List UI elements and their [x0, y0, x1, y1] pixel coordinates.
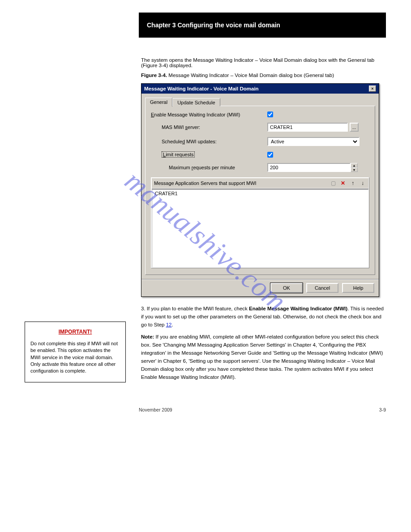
dialog-titlebar[interactable]: Message Waiting Indicator - Voice Mail D…	[141, 84, 379, 94]
lbl-post: erver:	[188, 124, 200, 130]
dialog-button-bar: OK Cancel Help	[141, 279, 379, 296]
mwi-dialog: Message Waiting Indicator - Voice Mail D…	[141, 83, 379, 297]
chapter-title: Chapter 3 Configuring the voice mail dom…	[147, 21, 280, 29]
callout-body: Do not complete this step if MWI will no…	[30, 340, 120, 375]
tab-update-schedule[interactable]: Update Schedule	[172, 98, 220, 106]
servers-header-label: Message Application Servers that support…	[154, 180, 257, 186]
limit-requests-label: Limit requests	[151, 151, 267, 158]
servers-groupbox: Message Application Servers that support…	[151, 177, 369, 268]
limit-requests-checkbox[interactable]	[267, 152, 273, 158]
intro-text: The system opens the Message Waiting Ind…	[141, 57, 386, 68]
callout-title-text: IMPORTANT!	[59, 329, 92, 335]
browse-button[interactable]: ...	[350, 123, 359, 132]
mas-server-label: MAS MWI server:	[151, 124, 267, 130]
page: Chapter 3 Configuring the voice mail dom…	[0, 0, 411, 430]
scheduled-updates-select[interactable]: Active	[267, 137, 360, 146]
tab-panel-general: Enable Message Waiting Indicator (MWI) M…	[145, 106, 375, 275]
callout-title: IMPORTANT!	[30, 328, 120, 336]
sidebar-column: IMPORTANT! Do not complete this step if …	[25, 57, 128, 386]
note-prefix: Note:	[141, 334, 154, 339]
spinner-down-icon[interactable]: ▼	[351, 167, 358, 172]
max-requests-input[interactable]	[267, 163, 351, 172]
delete-server-icon[interactable]: ✕	[339, 180, 347, 187]
list-item[interactable]: CRATER1	[155, 191, 365, 196]
add-server-icon[interactable]: ▢	[330, 180, 337, 187]
ok-button[interactable]: OK	[270, 283, 303, 293]
max-requests-label: Maximum requests per minute	[151, 165, 267, 170]
note-paragraph: Note: If you are enabling MWI, complete …	[141, 333, 386, 381]
footer-date: November 2009	[139, 407, 172, 412]
figure-caption-text: Message Waiting Indicator – Voice Mail D…	[168, 73, 334, 78]
tab-strip: General Update Schedule	[145, 97, 375, 106]
lbl-pre: MAS MWI	[162, 124, 185, 130]
figure-caption: Figure 3-4. Message Waiting Indicator – …	[141, 73, 386, 78]
page-footer: November 2009 3-9	[139, 407, 386, 412]
servers-listbox[interactable]: CRATER1	[151, 189, 369, 268]
enable-mwi-checkbox[interactable]	[267, 112, 273, 117]
important-callout: IMPORTANT! Do not complete this step if …	[25, 322, 126, 382]
chapter-header: Chapter 3 Configuring the voice mail dom…	[139, 13, 386, 38]
figure-prefix: Figure 3-4.	[141, 73, 167, 78]
cancel-button[interactable]: Cancel	[306, 283, 338, 293]
note-body: If you are enabling MWI, complete all ot…	[141, 334, 383, 379]
step-12-xref[interactable]: 12	[166, 322, 172, 327]
tab-general[interactable]: General	[145, 98, 172, 107]
main-column: The system opens the Message Waiting Ind…	[141, 57, 386, 386]
body-text: 3. If you plan to enable the MWI feature…	[141, 305, 386, 381]
mas-server-input[interactable]	[267, 123, 348, 132]
dialog-title-text: Message Waiting Indicator - Voice Mail D…	[144, 86, 259, 91]
move-down-icon[interactable]: ↓	[359, 180, 366, 187]
footer-page: 3-9	[379, 407, 386, 412]
close-icon[interactable]: ×	[369, 86, 376, 92]
move-up-icon[interactable]: ↑	[349, 180, 356, 187]
help-button[interactable]: Help	[342, 283, 374, 293]
enable-mwi-label: Enable Message Waiting Indicator (MWI)	[151, 112, 267, 117]
scheduled-updates-label: Scheduled MWI updates:	[151, 139, 267, 144]
step-3: 3. If you plan to enable the MWI feature…	[141, 305, 386, 329]
dialog-body: General Update Schedule Enable Message W…	[141, 94, 379, 279]
spinner-up-icon[interactable]: ▲	[351, 163, 358, 167]
